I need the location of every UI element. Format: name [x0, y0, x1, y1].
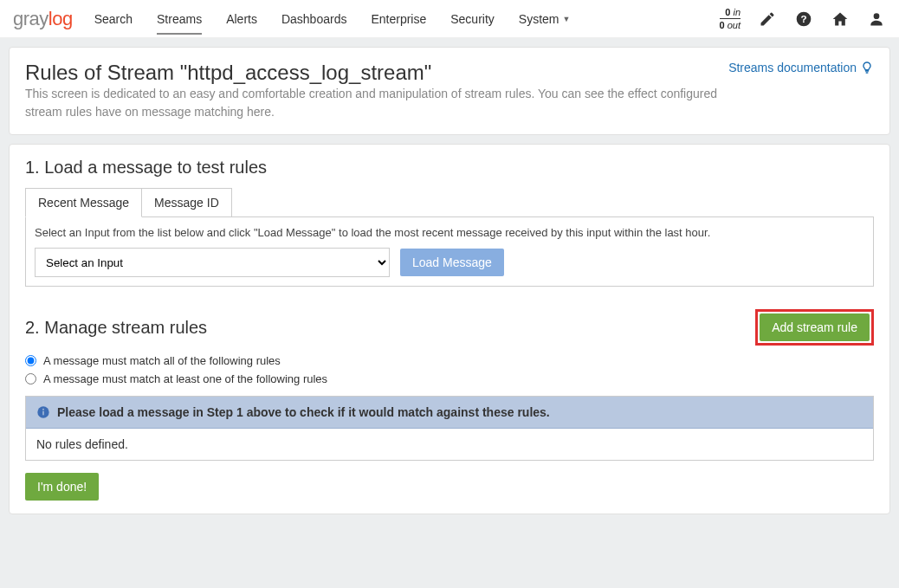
docs-link[interactable]: Streams documentation	[728, 61, 874, 74]
load-message-button[interactable]: Load Message	[400, 249, 504, 276]
scratchpad-icon[interactable]	[758, 10, 777, 29]
help-icon[interactable]: ?	[794, 10, 813, 29]
radio-match-any[interactable]: A message must match at least one of the…	[25, 372, 874, 385]
radio-match-any-input[interactable]	[25, 373, 36, 384]
nav-dashboards[interactable]: Dashboards	[281, 3, 347, 35]
add-stream-rule-button[interactable]: Add stream rule	[760, 313, 870, 341]
home-icon[interactable]	[831, 10, 850, 29]
info-bar: Please load a message in Step 1 above to…	[26, 397, 873, 429]
lightbulb-icon	[860, 61, 874, 74]
header-panel: Rules of Stream "httpd_access_log_stream…	[9, 47, 890, 135]
tab-recent-message[interactable]: Recent Message	[25, 188, 142, 217]
rules-box: Please load a message in Step 1 above to…	[25, 396, 874, 461]
match-type-radio-group: A message must match all of the followin…	[25, 354, 874, 385]
done-button[interactable]: I'm done!	[25, 473, 99, 501]
svg-text:?: ?	[800, 13, 806, 24]
chevron-down-icon: ▼	[563, 15, 571, 23]
svg-rect-4	[42, 411, 43, 416]
footer-version: Graylog 5.1.3+a017005 on ubuntu22 (Eclip…	[0, 532, 899, 588]
rules-empty-text: No rules defined.	[26, 429, 873, 460]
page-title: Rules of Stream "httpd_access_log_stream…	[25, 61, 431, 84]
page-description: This screen is dedicated to an easy and …	[25, 85, 728, 121]
rules-panel: 1. Load a message to test rules Recent M…	[9, 144, 890, 514]
nav-enterprise[interactable]: Enterprise	[371, 3, 426, 35]
main-navbar: graylog Search Streams Alerts Dashboards…	[0, 0, 899, 38]
svg-point-2	[874, 13, 880, 19]
nav-right: 0 in 0 out ?	[720, 7, 886, 30]
radio-match-all[interactable]: A message must match all of the followin…	[25, 354, 874, 367]
nav-streams[interactable]: Streams	[157, 3, 202, 35]
radio-match-all-input[interactable]	[25, 355, 36, 366]
nav-items: Search Streams Alerts Dashboards Enterpr…	[94, 3, 720, 35]
input-select[interactable]: Select an Input	[35, 248, 390, 277]
add-rule-highlight: Add stream rule	[755, 309, 874, 346]
tab-content: Select an Input from the list below and …	[25, 216, 874, 287]
nav-alerts[interactable]: Alerts	[226, 3, 257, 35]
nav-system[interactable]: System ▼	[519, 3, 571, 35]
tab-message-id[interactable]: Message ID	[142, 188, 232, 217]
nav-security[interactable]: Security	[450, 3, 495, 35]
section1-title: 1. Load a message to test rules	[25, 158, 874, 178]
tab-hint: Select an Input from the list below and …	[35, 226, 864, 239]
user-icon[interactable]	[867, 10, 886, 29]
nav-search[interactable]: Search	[94, 3, 133, 35]
svg-point-5	[42, 409, 44, 410]
throughput-indicator: 0 in 0 out	[720, 7, 741, 30]
section2-title: 2. Manage stream rules	[25, 318, 207, 338]
message-tabs: Recent Message Message ID	[25, 188, 874, 216]
logo[interactable]: graylog	[13, 8, 73, 30]
info-icon	[36, 405, 50, 419]
